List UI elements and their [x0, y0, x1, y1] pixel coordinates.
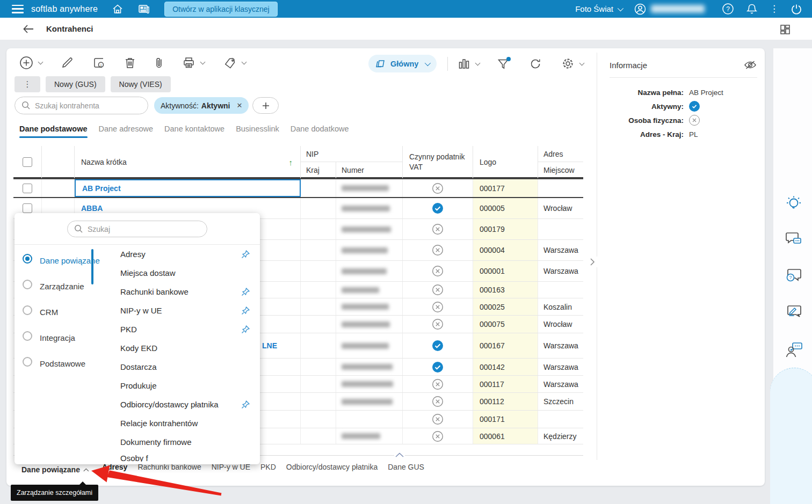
select-all-checkbox[interactable] [23, 157, 32, 167]
open-classic-button[interactable]: Otwórz w aplikacji klasycznej [164, 2, 278, 17]
user-icon[interactable] [634, 3, 647, 16]
row-checkbox[interactable] [23, 184, 32, 193]
filter-chip[interactable]: Aktywność:Aktywni ✕ [154, 97, 249, 114]
table-row[interactable]: AB Project000177 [13, 178, 583, 198]
view-selector-button[interactable]: Główny [368, 55, 437, 72]
chart-icon[interactable] [458, 57, 470, 70]
home-icon[interactable] [112, 3, 124, 15]
bottom-tab-4[interactable]: Odbiorcy/dostawcy płatnika [286, 463, 378, 477]
column-header-city[interactable]: Miejscow [538, 162, 583, 178]
popup-item-6[interactable]: Dostarcza [106, 357, 260, 376]
filter-icon[interactable] [497, 57, 510, 70]
column-header-kraj[interactable]: Kraj [301, 162, 336, 178]
chevron-down-icon[interactable] [618, 5, 624, 11]
column-header-numer[interactable]: Numer [336, 162, 403, 178]
city-cell [538, 179, 583, 197]
new-vies-button[interactable]: Nowy (VIES) [111, 76, 171, 92]
popup-item-8[interactable]: Odbiorcy/dostawcy płatnika [106, 395, 260, 414]
tab-0[interactable]: Dane podstawowe [19, 125, 88, 138]
popup-category-2[interactable]: CRM [21, 300, 106, 325]
radio-icon[interactable] [23, 254, 32, 264]
column-header-logo[interactable]: Logo [473, 146, 538, 178]
bottom-tab-0[interactable]: Adresy [102, 463, 127, 477]
edit-icon[interactable] [61, 56, 74, 69]
hide-eye-icon[interactable] [743, 59, 757, 71]
idea-icon[interactable] [785, 194, 803, 213]
popup-item-7[interactable]: Produkuje [106, 376, 260, 395]
new-gus-button[interactable]: Nowy (GUS) [46, 76, 105, 92]
pin-icon[interactable] [241, 400, 250, 410]
more-actions-button[interactable]: ⋮ [15, 76, 40, 92]
chevron-down-icon[interactable] [242, 60, 247, 65]
radio-icon[interactable] [23, 305, 32, 315]
row-checkbox[interactable] [23, 203, 32, 213]
back-arrow-icon[interactable] [23, 24, 34, 34]
feedback-chat-icon[interactable] [785, 231, 803, 247]
popup-item-2[interactable]: Rachunki bankowe [106, 282, 260, 301]
tab-3[interactable]: Businesslink [236, 125, 279, 138]
attach-icon[interactable] [154, 56, 164, 69]
news-icon[interactable] [137, 3, 150, 15]
add-filter-button[interactable] [252, 97, 279, 114]
popup-category-4[interactable]: Podstawowe [21, 351, 106, 377]
print-icon[interactable] [182, 56, 195, 69]
bell-icon[interactable] [746, 3, 758, 15]
search-input[interactable]: Szukaj kontrahenta [15, 97, 148, 114]
settings-icon[interactable] [561, 57, 575, 70]
chevron-down-icon[interactable] [425, 60, 431, 65]
popup-item-1[interactable]: Miejsca dostaw [106, 264, 260, 282]
tag-icon[interactable] [223, 56, 237, 69]
popup-category-3[interactable]: Integracja [21, 325, 106, 351]
column-header-vat[interactable]: Czynny podatnik VAT [403, 146, 473, 178]
pin-icon[interactable] [241, 250, 250, 259]
popup-item-9[interactable]: Relacje kontrahentów [106, 414, 260, 433]
radio-icon[interactable] [23, 357, 32, 367]
company-selector[interactable]: Foto Świat [575, 4, 613, 13]
related-data-toggle[interactable]: Dane powiązane [21, 465, 89, 474]
bottom-tab-2[interactable]: NIP-y w UE [212, 463, 250, 477]
popup-item-4[interactable]: PKD [106, 320, 260, 339]
popup-item-0[interactable]: Adresy [106, 245, 260, 264]
name-cell[interactable]: AB Project [75, 179, 301, 197]
bottom-tab-1[interactable]: Rachunki bankowe [137, 463, 201, 477]
nip-redacted [342, 399, 393, 405]
menu-icon[interactable] [12, 5, 24, 13]
add-icon[interactable] [19, 56, 33, 70]
popup-item-3[interactable]: NIP-y w UE [106, 301, 260, 320]
popup-search-input[interactable]: Szukaj [67, 221, 207, 237]
tab-1[interactable]: Dane adresowe [99, 125, 154, 138]
bottom-tab-5[interactable]: Dane GUS [388, 463, 424, 477]
help-chat-icon[interactable]: ? [785, 267, 803, 283]
popup-item-11[interactable]: Osoby f [106, 451, 260, 462]
refresh-icon[interactable] [529, 57, 542, 70]
edit-note-icon[interactable] [785, 304, 803, 320]
power-icon[interactable] [791, 3, 802, 15]
popup-item-10[interactable]: Dokumenty firmowe [106, 433, 260, 451]
layout-icon[interactable] [779, 23, 792, 36]
chevron-down-icon[interactable] [200, 60, 206, 65]
radio-icon[interactable] [23, 331, 32, 341]
contact-chat-icon[interactable] [785, 341, 804, 359]
chevron-down-icon[interactable] [475, 60, 481, 65]
bottom-tab-3[interactable]: PKD [260, 463, 276, 477]
pin-icon[interactable] [241, 287, 250, 297]
column-header-name[interactable]: Nazwa krótka↑ [75, 146, 301, 178]
radio-icon[interactable] [23, 280, 32, 289]
close-icon[interactable]: ✕ [237, 101, 243, 109]
pin-icon[interactable] [241, 306, 250, 316]
pin-icon[interactable] [241, 325, 250, 334]
column-header-adres[interactable]: Adres [538, 146, 583, 162]
chevron-down-icon[interactable] [38, 60, 44, 65]
more-icon[interactable]: ⋮ [770, 4, 779, 13]
delete-icon[interactable] [124, 56, 136, 69]
svg-text:?: ? [789, 275, 792, 280]
expand-panel-chevron[interactable] [587, 257, 598, 267]
column-header-nip[interactable]: NIP [301, 146, 403, 162]
help-icon[interactable]: ? [722, 3, 734, 15]
popup-item-5[interactable]: Kody EKD [106, 339, 260, 357]
tab-2[interactable]: Dane kontaktowe [164, 125, 224, 138]
chevron-down-icon[interactable] [579, 60, 585, 65]
card-info-icon[interactable]: i [92, 56, 106, 70]
collapse-bottom-chevron[interactable] [394, 451, 405, 458]
tab-4[interactable]: Dane dodatkowe [291, 125, 349, 138]
